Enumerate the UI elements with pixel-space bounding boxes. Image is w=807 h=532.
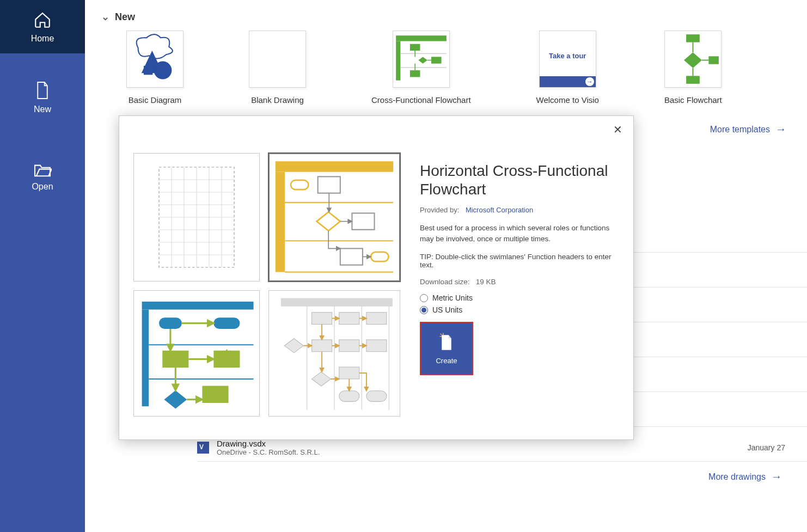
svg-rect-40 — [142, 310, 149, 407]
template-thumb — [126, 30, 184, 88]
template-details: Horizontal Cross-Functional Flowchart Pr… — [420, 162, 621, 317]
svg-rect-55 — [339, 313, 359, 325]
template-cross-functional[interactable]: Cross-Functional Flowchart — [371, 30, 471, 105]
preview-grid — [133, 153, 400, 417]
sidebar: Home New Open — [0, 0, 85, 532]
download-size-label: Download size: — [420, 278, 470, 286]
svg-rect-36 — [352, 213, 374, 229]
svg-rect-4 — [396, 41, 400, 81]
svg-rect-37 — [340, 248, 363, 265]
svg-rect-48 — [202, 386, 228, 403]
more-templates-label: More templates — [710, 125, 770, 134]
svg-rect-49 — [281, 298, 393, 307]
svg-rect-59 — [339, 340, 359, 352]
home-icon — [33, 11, 52, 29]
chevron-down-icon: ⌄ — [101, 11, 109, 23]
svg-rect-7 — [410, 44, 420, 51]
svg-marker-57 — [284, 339, 303, 353]
svg-rect-34 — [318, 176, 340, 193]
file-location: OneDrive - S.C. RomSoft. S.R.L. — [217, 448, 748, 456]
radio-us-input[interactable] — [420, 306, 428, 314]
more-drawings-link[interactable]: More drawings → — [708, 452, 786, 483]
template-thumb: Take a tour → — [539, 30, 596, 88]
provider-link[interactable]: Microsoft Corporation — [466, 206, 533, 214]
svg-rect-33 — [291, 180, 308, 189]
section-new-header[interactable]: ⌄ New — [101, 0, 791, 30]
template-detail-modal: ✕ — [119, 115, 634, 440]
create-button[interactable]: Create — [420, 322, 473, 375]
template-label: Cross-Functional Flowchart — [371, 95, 471, 105]
nav-open-label: Open — [32, 182, 53, 191]
provided-by-label: Provided by: — [420, 206, 459, 214]
svg-rect-28 — [276, 161, 393, 172]
nav-home[interactable]: Home — [0, 0, 85, 53]
svg-rect-54 — [312, 313, 332, 325]
create-file-icon — [438, 333, 455, 352]
nav-new[interactable]: New — [0, 70, 85, 124]
template-label: Basic Flowchart — [664, 95, 722, 105]
radio-us-label: US Units — [432, 305, 462, 314]
create-label: Create — [436, 357, 457, 365]
arrow-right-icon: → — [771, 470, 782, 483]
template-thumb — [249, 30, 306, 88]
nav-new-label: New — [34, 105, 51, 114]
preview-horizontal-bluegreen[interactable] — [133, 290, 260, 417]
svg-rect-64 — [366, 391, 387, 402]
radio-metric-units[interactable]: Metric Units — [420, 293, 621, 302]
svg-rect-60 — [366, 340, 387, 352]
svg-marker-12 — [684, 52, 702, 68]
template-tip: TIP: Double-click the swimlanes' Functio… — [420, 253, 621, 269]
provided-by-row: Provided by: Microsoft Corporation — [420, 206, 621, 214]
template-label: Welcome to Visio — [536, 95, 599, 105]
template-blank-drawing[interactable]: Blank Drawing — [249, 30, 306, 105]
download-size-row: Download size: 19 KB — [420, 278, 621, 286]
svg-marker-47 — [164, 390, 187, 408]
radio-metric-input[interactable] — [420, 294, 428, 302]
template-label: Basic Diagram — [126, 95, 184, 105]
nav-open[interactable]: Open — [0, 151, 85, 201]
templates-row: Basic Diagram Blank Drawing — [101, 30, 791, 105]
template-welcome-visio[interactable]: Take a tour → Welcome to Visio — [536, 30, 599, 105]
preview-blank-grid[interactable] — [133, 153, 260, 282]
radio-metric-label: Metric Units — [432, 293, 473, 302]
template-thumb — [393, 30, 450, 88]
svg-marker-61 — [312, 372, 331, 386]
tour-text: Take a tour — [540, 52, 596, 60]
nav-home-label: Home — [31, 34, 54, 43]
basic-flowchart-icon — [665, 31, 721, 87]
visio-file-icon — [197, 442, 209, 454]
arrow-right-icon: → — [775, 123, 786, 136]
svg-rect-44 — [213, 317, 240, 329]
svg-rect-43 — [159, 317, 182, 329]
svg-rect-29 — [276, 172, 285, 272]
svg-rect-58 — [312, 340, 332, 352]
template-description: Best used for a process in which several… — [420, 223, 621, 244]
arrow-right-icon: → — [585, 77, 594, 86]
radio-us-units[interactable]: US Units — [420, 305, 621, 314]
svg-rect-2 — [144, 66, 152, 75]
svg-rect-56 — [366, 313, 387, 325]
template-basic-diagram[interactable]: Basic Diagram — [126, 30, 184, 105]
svg-line-65 — [441, 333, 442, 335]
template-basic-flowchart[interactable]: Basic Flowchart — [664, 30, 722, 105]
svg-rect-39 — [142, 302, 254, 310]
basic-diagram-icon — [127, 31, 183, 87]
file-name: Drawing.vsdx — [217, 439, 748, 448]
new-file-icon — [34, 81, 51, 100]
file-meta: Drawing.vsdx OneDrive - S.C. RomSoft. S.… — [217, 439, 748, 456]
preview-vertical-beige[interactable] — [268, 290, 400, 417]
preview-horizontal-yellow[interactable] — [268, 153, 400, 282]
cross-functional-icon — [393, 31, 449, 87]
more-drawings-label: More drawings — [708, 472, 766, 482]
svg-rect-3 — [396, 35, 447, 41]
svg-rect-38 — [371, 252, 388, 261]
svg-marker-35 — [317, 212, 340, 231]
close-icon: ✕ — [613, 123, 622, 136]
file-date: January 27 — [748, 443, 807, 452]
svg-rect-11 — [686, 34, 700, 42]
svg-rect-9 — [431, 57, 442, 63]
svg-rect-10 — [410, 70, 420, 77]
close-button[interactable]: ✕ — [609, 121, 626, 138]
download-size-value: 19 KB — [476, 278, 496, 286]
open-folder-icon — [33, 162, 52, 178]
